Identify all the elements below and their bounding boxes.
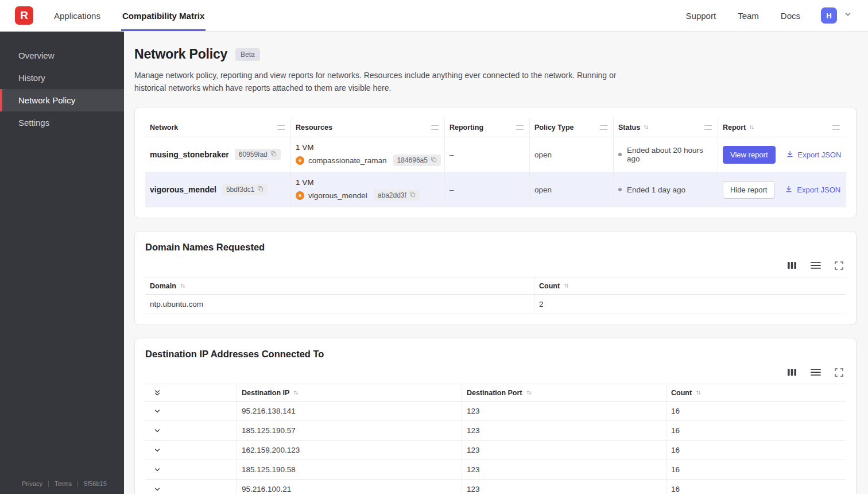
page-description: Manage network policy, reporting and vie… [134, 70, 640, 94]
expand-row-chevron-icon[interactable] [153, 427, 161, 435]
sort-icon[interactable] [293, 389, 299, 396]
status-dot-icon [618, 153, 622, 156]
destination-port-value: 123 [462, 421, 666, 441]
privacy-link[interactable]: Privacy [22, 480, 42, 487]
copy-icon[interactable] [257, 186, 264, 194]
main-content: Network Policy Beta Manage network polic… [124, 32, 868, 494]
count-value: 16 [666, 480, 846, 494]
sort-icon[interactable] [749, 124, 755, 130]
rows-view-icon[interactable] [811, 261, 821, 269]
domains-card-title: Domain Names Requested [145, 242, 846, 253]
destination-row: 162.159.200.123 123 16 [145, 441, 846, 460]
resource-icon [296, 191, 304, 200]
destination-port-value: 123 [462, 480, 666, 494]
column-resize-handle[interactable] [277, 125, 285, 130]
nav-support[interactable]: Support [685, 11, 718, 21]
sidebar-item-history[interactable]: History [0, 67, 124, 89]
nav-team[interactable]: Team [737, 11, 760, 21]
destination-ip-value: 95.216.138.141 [237, 402, 462, 421]
column-resize-handle[interactable] [600, 125, 607, 130]
sidebar: Overview History Network Policy Settings… [0, 32, 124, 494]
resource-name: compassionate_raman [308, 156, 387, 165]
destinations-table-header: Destination IP Destination Port Count [145, 384, 846, 402]
terms-link[interactable]: Terms [55, 480, 72, 487]
avatar[interactable]: H [821, 7, 837, 24]
sidebar-item-overview[interactable]: Overview [0, 44, 124, 67]
app-logo[interactable]: R [15, 6, 33, 25]
count-value: 16 [666, 421, 846, 441]
fullscreen-icon[interactable] [835, 368, 843, 377]
destination-ip-value: 95.216.100.21 [237, 480, 462, 494]
columns-view-icon[interactable] [787, 261, 797, 270]
sort-icon[interactable] [563, 283, 569, 289]
expand-row-chevron-icon[interactable] [153, 485, 161, 493]
column-header-status: Status [618, 124, 640, 132]
destinations-card: Destination IP Addresses Connected To De… [134, 338, 857, 494]
expand-row-chevron-icon[interactable] [153, 466, 161, 474]
column-header-destination-port: Destination Port [467, 389, 522, 397]
column-resize-handle[interactable] [431, 125, 439, 130]
policy-type-value: open [530, 172, 614, 207]
table-toolbar [145, 368, 843, 377]
fullscreen-icon[interactable] [835, 261, 843, 270]
domains-table-header: Domain Count [145, 277, 846, 295]
destination-ip-value: 185.125.190.58 [237, 460, 462, 480]
footer-divider [78, 481, 78, 487]
column-resize-handle[interactable] [516, 125, 524, 130]
status-text: Ended 1 day ago [627, 186, 685, 194]
hide-report-button[interactable]: Hide report [723, 181, 774, 199]
build-version: 5f56b15 [84, 480, 107, 487]
expand-row-chevron-icon[interactable] [153, 446, 161, 454]
expand-row-chevron-icon[interactable] [153, 407, 161, 415]
destination-row: 185.125.190.58 123 16 [145, 460, 846, 480]
vm-count: 1 VM [296, 178, 314, 187]
column-header-report: Report [723, 124, 746, 132]
network-hash: 60959fad [239, 150, 268, 159]
copy-icon[interactable] [431, 156, 437, 164]
column-resize-handle[interactable] [832, 125, 840, 130]
column-header-network: Network [150, 124, 178, 132]
export-json-link[interactable]: Export JSON [785, 185, 840, 195]
download-icon [786, 150, 794, 160]
expand-all-icon[interactable] [153, 389, 161, 397]
sidebar-item-network-policy[interactable]: Network Policy [0, 89, 124, 111]
export-json-link[interactable]: Export JSON [786, 150, 842, 160]
column-resize-handle[interactable] [704, 125, 712, 130]
copy-icon[interactable] [270, 150, 277, 159]
resource-name: vigorous_mendel [308, 191, 367, 200]
network-row: musing_stonebraker 60959fad 1 VM compass… [145, 137, 846, 172]
sort-icon[interactable] [695, 389, 702, 396]
top-navigation: Applications Compatibility Matrix [53, 0, 206, 31]
rows-view-icon[interactable] [811, 368, 821, 376]
domain-value: ntp.ubuntu.com [145, 295, 534, 314]
app-logo-letter: R [20, 9, 28, 22]
nav-docs[interactable]: Docs [780, 11, 801, 21]
view-report-button[interactable]: View report [723, 146, 776, 164]
destination-port-value: 123 [462, 460, 666, 480]
sort-icon[interactable] [180, 283, 186, 289]
destination-row: 95.216.100.21 123 16 [145, 480, 846, 494]
column-header-reporting: Reporting [450, 124, 483, 132]
count-value: 2 [534, 295, 846, 314]
destinations-card-title: Destination IP Addresses Connected To [145, 349, 846, 360]
sidebar-item-settings[interactable]: Settings [0, 111, 124, 134]
nav-compatibility-matrix[interactable]: Compatibility Matrix [121, 0, 206, 31]
nav-applications[interactable]: Applications [53, 0, 102, 31]
network-name: vigorous_mendel [150, 185, 216, 194]
network-row: vigorous_mendel 5bdf3dc1 1 VM vigorous_m… [145, 172, 846, 207]
footer-divider [48, 481, 49, 487]
count-value: 16 [666, 460, 846, 480]
columns-view-icon[interactable] [787, 368, 797, 377]
status-text: Ended about 20 hours ago [627, 146, 712, 163]
copy-icon[interactable] [409, 191, 416, 199]
reporting-value: – [445, 137, 530, 172]
resource-icon [296, 156, 304, 165]
user-menu-chevron-icon[interactable] [844, 10, 852, 21]
domains-card: Domain Names Requested Domain Count ntp.… [134, 231, 857, 325]
column-header-policy-type: Policy Type [534, 124, 574, 132]
count-value: 16 [666, 402, 846, 421]
sort-icon[interactable] [526, 389, 532, 396]
sidebar-footer: Privacy Terms 5f56b15 [0, 472, 124, 494]
reporting-value: – [445, 172, 530, 207]
sort-icon[interactable] [643, 124, 649, 130]
